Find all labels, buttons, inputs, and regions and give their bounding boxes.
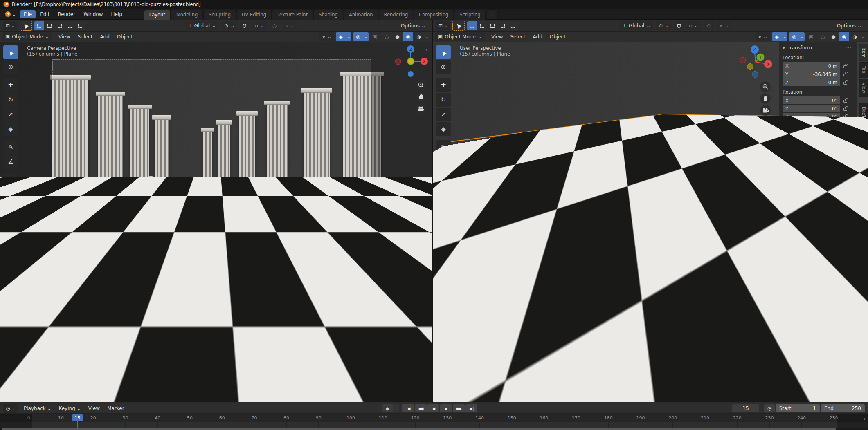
select-mode-new[interactable] [34,21,44,30]
sidebar-tab[interactable]: Item [859,44,868,61]
lock-button[interactable] [840,115,850,119]
transform-panel-header[interactable]: ▼ Transform :::: [783,44,853,52]
workspace-tab[interactable]: Shading [313,10,343,20]
playback-button[interactable]: ▶| [465,404,477,412]
playback-button[interactable]: ▶ [440,404,452,412]
number-field[interactable]: Y-36.045 m [783,70,840,78]
editor-type-button[interactable]: ⊞ ⌄ [436,21,450,30]
transform-orientation-dropdown[interactable]: ⊥ Global ⌄ [185,21,219,30]
shading-wireframe-button[interactable]: ◌ [818,32,828,41]
overlays-dropdown[interactable]: ⌄ [363,32,369,41]
viewport-menu-item[interactable]: View [488,33,506,41]
pivot-point-dropdown[interactable]: ⊙ ⌄ [221,21,237,30]
gizmos-toggle[interactable]: ◈ [772,32,782,41]
proportional-falloff-dropdown[interactable]: ∧ ⌄ [282,21,297,30]
toolbar-tool-button[interactable]: ✎ [3,140,18,154]
select-mode-intersect[interactable] [508,21,518,30]
object-types-filter-dropdown[interactable]: ⌖ ⌄ [319,32,334,41]
lock-button[interactable] [840,150,850,154]
shading-wireframe-button[interactable]: ◌ [382,32,392,41]
gizmo-neg-z-axis[interactable] [752,72,758,78]
object-types-filter-dropdown[interactable]: ⌖ ⌄ [756,32,770,41]
snap-toggle[interactable]: Ω [240,21,249,30]
current-frame-field[interactable]: 15 [732,404,759,412]
viewport-menu-item[interactable]: Select [74,33,96,41]
auto-keying-toggle[interactable]: ● [382,404,393,412]
zoom-button[interactable] [760,81,771,92]
playback-button[interactable]: ◀◆ [415,404,427,412]
menu-help[interactable]: Help [107,10,126,18]
toolbar-tool-button[interactable]: ✎ [436,140,451,154]
transform-orientation-dropdown[interactable]: ⊥ Global ⌄ [619,21,653,30]
proportional-edit-toggle[interactable]: ○ [270,21,279,30]
select-mode-subtract[interactable] [488,21,497,30]
rotation-mode-dropdown[interactable]: XYZ Euler ⌄ [783,121,850,129]
lock-button[interactable] [840,107,850,111]
options-menu[interactable]: Options ⌄ [398,22,429,30]
viewport-menu-item[interactable]: Add [530,33,546,41]
number-field[interactable]: Y147 m [783,182,850,190]
select-mode-invert[interactable] [65,21,75,30]
preview-range-button[interactable]: ◷ [764,404,775,412]
overlays-dropdown[interactable]: ⌄ [799,32,805,41]
camera-view-button[interactable] [416,103,426,114]
pan-button[interactable] [760,93,771,104]
sidebar-tab[interactable]: View [859,79,868,97]
pivot-point-dropdown[interactable]: ⊙ ⌄ [656,21,672,30]
navigation-gizmo[interactable]: Z Y X [737,44,775,81]
menu-file[interactable]: File [20,10,36,18]
workspace-tab[interactable]: Animation [344,10,378,20]
number-field[interactable]: X0° [783,96,840,104]
shading-material-button[interactable]: ◉ [403,32,413,41]
number-field[interactable]: X-14.366 [783,139,840,147]
keying-set-dropdown[interactable]: ⌄ [393,404,399,412]
toolbar-tool-button[interactable]: ⊕ [436,60,451,74]
shading-rendered-button[interactable]: ◑ [414,32,424,41]
pan-button[interactable] [416,92,426,102]
toolbar-tool-button[interactable]: ▲ [436,45,451,59]
toolbar-tool-button[interactable]: ∡ [3,155,18,169]
lock-button[interactable] [840,141,850,146]
toolbar-tool-button[interactable]: ∡ [436,155,451,169]
workspace-tab[interactable]: Scripting [454,10,486,20]
viewport-menu-item[interactable]: Select [507,33,528,41]
number-field[interactable]: Z0 m [783,190,850,198]
toolbar-tool-button[interactable]: ✚ [436,78,451,92]
timeline-menu-item[interactable]: Playback ⌄ [20,404,54,412]
editor-type-button[interactable]: ◷ ⌄ [3,404,17,413]
select-mode-intersect[interactable] [75,21,85,30]
number-field[interactable]: Y0° [783,105,840,112]
number-field[interactable]: Y73.541 [783,148,840,155]
active-tool-button[interactable] [20,21,32,31]
panel-collapse-arrow-icon[interactable]: ▼ [783,46,785,50]
workspace-tab[interactable]: Modeling [171,10,203,20]
lock-button[interactable] [840,64,850,68]
zoom-button[interactable] [416,80,426,90]
toolbar-tool-button[interactable]: ⊕ [3,60,18,74]
timeline-scrollbar[interactable] [0,428,868,430]
lock-button[interactable] [840,81,850,85]
select-mode-invert[interactable] [498,21,508,30]
lock-button[interactable] [840,99,850,103]
select-mode-extend[interactable] [45,21,54,30]
workspace-tab[interactable]: Texture Paint [272,10,313,20]
timeline-sidebar-arrow[interactable]: ‹ [864,416,866,422]
number-field[interactable]: Z1.000 [783,156,840,163]
gizmos-dropdown[interactable]: ⌄ [346,32,351,41]
gizmo-neg-x-axis[interactable] [395,59,401,65]
xray-toggle[interactable]: ▣ [806,32,816,41]
playback-button[interactable]: ◆▶ [453,404,465,412]
sidebar-tab[interactable]: Tool [859,62,868,78]
timeline-menu-item[interactable]: View [85,404,103,412]
gizmo-neg-x-axis[interactable] [740,57,746,63]
viewport-right-canvas[interactable]: User Perspective (15) columns | Plane ▲⊕… [433,42,868,402]
overlays-toggle[interactable]: ◎ [789,32,799,41]
viewport-menu-item[interactable]: Add [97,33,113,41]
proportional-falloff-dropdown[interactable]: ∧ ⌄ [716,21,732,30]
menu-window[interactable]: Window [80,10,106,18]
active-tool-button[interactable] [452,21,465,31]
shading-solid-button[interactable]: ● [828,32,839,41]
mode-dropdown[interactable]: ▣ Object Mode ⌄ [435,32,485,41]
timeline-ruler[interactable]: 0102030405060708090100110120130140150160… [0,414,868,422]
blender-menu-button[interactable]: ⌄ [2,11,19,18]
